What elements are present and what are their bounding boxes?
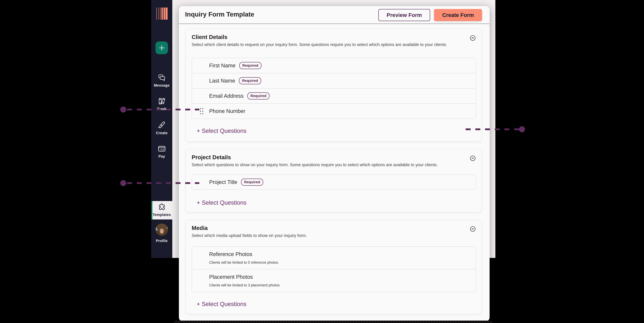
new-item-button[interactable] [156, 42, 168, 54]
required-badge: Required [239, 77, 261, 84]
question-label: Project Title [209, 179, 237, 185]
sidebar-item-label[interactable]: Message [151, 83, 172, 88]
section-subtitle: Select which questions to show on your i… [192, 162, 438, 167]
question-label: First Name [209, 62, 236, 68]
project-details-section: Project Details Select which questions t… [186, 149, 482, 212]
section-title: Client Details [192, 34, 228, 40]
message-icon [158, 74, 166, 81]
section-subtitle: Select which media upload fields to show… [192, 233, 307, 238]
question-row[interactable]: Last Name Required [192, 73, 476, 88]
media-label: Reference Photos [209, 251, 476, 257]
required-badge: Required [241, 178, 263, 186]
question-label: Email Address [209, 93, 244, 99]
media-sublabel: Clients will be limited to 3 placement p… [209, 283, 476, 287]
annotation-dashed-line [127, 109, 199, 110]
page-title: Inquiry Form Template [185, 10, 254, 18]
annotation-dashed-line [466, 128, 519, 130]
sidebar-item-message[interactable] [151, 74, 172, 81]
question-row[interactable]: Email Address Required [192, 88, 476, 104]
sidebar-item-book[interactable] [151, 98, 172, 105]
chevron-up-icon [470, 155, 476, 161]
section-collapse-button[interactable] [470, 35, 476, 41]
plus-icon [158, 44, 166, 52]
preview-form-button[interactable]: Preview Form [378, 9, 430, 21]
annotation-dot [120, 106, 126, 112]
media-row[interactable]: Reference Photos Clients will be limited… [192, 246, 476, 269]
main-content-card: Inquiry Form Template Preview Form Creat… [179, 6, 490, 322]
torn-screenshot-edge [174, 320, 492, 323]
stripes-logo-icon [156, 8, 168, 20]
required-badge: Required [247, 92, 270, 100]
sidebar-item-label[interactable]: Pay [151, 154, 172, 158]
chevron-up-icon [470, 35, 476, 41]
section-collapse-button[interactable] [470, 226, 476, 232]
question-row[interactable]: First Name Required [192, 58, 476, 73]
chevron-up-icon [470, 226, 476, 232]
credit-card-icon [158, 145, 166, 152]
annotation-dot [120, 180, 126, 186]
question-label: Last Name [209, 78, 235, 84]
create-form-button[interactable]: Create Form [434, 9, 482, 21]
puzzle-icon [151, 203, 172, 211]
question-rows: First Name Required Last Name Required E… [192, 58, 476, 119]
sidebar: Message Book C [151, 0, 172, 258]
section-title: Project Details [192, 154, 231, 160]
sidebar-item-create[interactable] [151, 121, 172, 129]
select-questions-link[interactable]: + Select Questions [197, 128, 246, 134]
question-rows: Project Title Required [192, 174, 476, 190]
required-badge: Required [239, 62, 262, 69]
section-subtitle: Select which client details to request o… [192, 42, 447, 47]
media-section: Media Select which media upload fields t… [186, 220, 482, 314]
select-questions-link[interactable]: + Select Questions [197, 199, 246, 206]
question-row[interactable]: Phone Number [192, 104, 476, 118]
sidebar-item-label[interactable]: Create [151, 131, 172, 135]
book-icon [158, 98, 166, 105]
sidebar-item-label[interactable]: Profile [151, 239, 172, 243]
media-label: Placement Photos [209, 274, 476, 280]
paintbrush-icon [158, 121, 166, 129]
media-sublabel: Clients will be limited to 5 reference p… [209, 260, 476, 265]
annotation-dot [519, 126, 525, 132]
header-divider [179, 24, 490, 24]
sidebar-item-label[interactable]: Templates [151, 213, 172, 217]
section-title: Media [192, 225, 208, 231]
section-collapse-button[interactable] [470, 155, 476, 161]
avatar[interactable] [156, 224, 168, 236]
media-row[interactable]: Placement Photos Clients will be limited… [192, 269, 476, 292]
question-label: Phone Number [209, 108, 245, 114]
page-canvas: Message Book C [0, 0, 644, 323]
media-rows: Reference Photos Clients will be limited… [192, 246, 476, 292]
client-details-section: Client Details Select which client detai… [186, 29, 482, 142]
select-questions-link[interactable]: + Select Questions [197, 301, 246, 308]
sidebar-item-pay[interactable] [151, 145, 172, 152]
annotation-dashed-line [127, 182, 199, 184]
sidebar-item-templates[interactable]: Templates [151, 201, 172, 220]
drag-handle-icon[interactable] [200, 108, 203, 114]
question-row[interactable]: Project Title Required [192, 175, 476, 190]
